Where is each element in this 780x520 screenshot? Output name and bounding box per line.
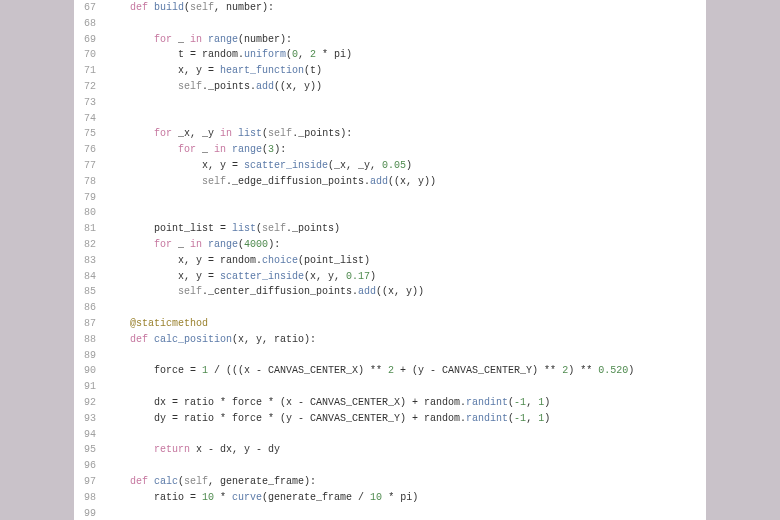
- line-number: 77: [74, 158, 106, 174]
- code-line: 83 x, y = random.choice(point_list): [74, 253, 706, 269]
- line-number: 94: [74, 427, 106, 443]
- code-line: 87 @staticmethod: [74, 316, 706, 332]
- line-number: 82: [74, 237, 106, 253]
- code-line: 81 point_list = list(self._points): [74, 221, 706, 237]
- code-content: @staticmethod: [106, 316, 706, 332]
- code-content: x, y = heart_function(t): [106, 63, 706, 79]
- line-number: 93: [74, 411, 106, 427]
- code-line: 71 x, y = heart_function(t): [74, 63, 706, 79]
- line-number: 99: [74, 506, 106, 521]
- code-content: [106, 300, 706, 316]
- line-number: 75: [74, 126, 106, 142]
- code-line: 75 for _x, _y in list(self._points):: [74, 126, 706, 142]
- code-content: [106, 379, 706, 395]
- line-number: 90: [74, 363, 106, 379]
- code-line: 98 ratio = 10 * curve(generate_frame / 1…: [74, 490, 706, 506]
- code-line: 67 def build(self, number):: [74, 0, 706, 16]
- line-number: 95: [74, 442, 106, 458]
- code-line: 68: [74, 16, 706, 32]
- code-content: x, y = scatter_inside(x, y, 0.17): [106, 269, 706, 285]
- code-content: [106, 16, 706, 32]
- code-line: 77 x, y = scatter_inside(_x, _y, 0.05): [74, 158, 706, 174]
- code-content: self._edge_diffusion_points.add((x, y)): [106, 174, 706, 190]
- line-number: 78: [74, 174, 106, 190]
- code-content: for _ in range(number):: [106, 32, 706, 48]
- code-content: t = random.uniform(0, 2 * pi): [106, 47, 706, 63]
- code-content: [106, 190, 706, 206]
- line-number: 98: [74, 490, 106, 506]
- code-content: ratio = 10 * curve(generate_frame / 10 *…: [106, 490, 706, 506]
- code-lines-container: 67 def build(self, number):6869 for _ in…: [74, 0, 706, 520]
- code-line: 88 def calc_position(x, y, ratio):: [74, 332, 706, 348]
- line-number: 72: [74, 79, 106, 95]
- code-content: [106, 506, 706, 521]
- code-line: 73: [74, 95, 706, 111]
- code-content: dx = ratio * force * (x - CANVAS_CENTER_…: [106, 395, 706, 411]
- code-line: 76 for _ in range(3):: [74, 142, 706, 158]
- code-content: def calc_position(x, y, ratio):: [106, 332, 706, 348]
- code-line: 78 self._edge_diffusion_points.add((x, y…: [74, 174, 706, 190]
- code-line: 70 t = random.uniform(0, 2 * pi): [74, 47, 706, 63]
- line-number: 91: [74, 379, 106, 395]
- line-number: 80: [74, 205, 106, 221]
- code-content: def calc(self, generate_frame):: [106, 474, 706, 490]
- line-number: 70: [74, 47, 106, 63]
- code-line: 86: [74, 300, 706, 316]
- code-line: 96: [74, 458, 706, 474]
- code-content: self._points.add((x, y)): [106, 79, 706, 95]
- code-content: x, y = random.choice(point_list): [106, 253, 706, 269]
- code-content: for _ in range(3):: [106, 142, 706, 158]
- code-content: point_list = list(self._points): [106, 221, 706, 237]
- code-line: 99: [74, 506, 706, 521]
- line-number: 86: [74, 300, 106, 316]
- code-content: [106, 348, 706, 364]
- line-number: 87: [74, 316, 106, 332]
- code-content: dy = ratio * force * (y - CANVAS_CENTER_…: [106, 411, 706, 427]
- code-editor-panel: 67 def build(self, number):6869 for _ in…: [74, 0, 706, 520]
- code-content: force = 1 / (((x - CANVAS_CENTER_X) ** 2…: [106, 363, 706, 379]
- code-content: [106, 427, 706, 443]
- code-line: 95 return x - dx, y - dy: [74, 442, 706, 458]
- code-content: [106, 95, 706, 111]
- code-line: 80: [74, 205, 706, 221]
- code-line: 93 dy = ratio * force * (y - CANVAS_CENT…: [74, 411, 706, 427]
- code-content: x, y = scatter_inside(_x, _y, 0.05): [106, 158, 706, 174]
- code-content: return x - dx, y - dy: [106, 442, 706, 458]
- line-number: 96: [74, 458, 106, 474]
- line-number: 68: [74, 16, 106, 32]
- code-content: self._center_diffusion_points.add((x, y)…: [106, 284, 706, 300]
- line-number: 69: [74, 32, 106, 48]
- code-line: 72 self._points.add((x, y)): [74, 79, 706, 95]
- code-line: 85 self._center_diffusion_points.add((x,…: [74, 284, 706, 300]
- code-line: 97 def calc(self, generate_frame):: [74, 474, 706, 490]
- line-number: 88: [74, 332, 106, 348]
- line-number: 97: [74, 474, 106, 490]
- code-content: [106, 458, 706, 474]
- line-number: 85: [74, 284, 106, 300]
- code-line: 94: [74, 427, 706, 443]
- line-number: 71: [74, 63, 106, 79]
- line-number: 84: [74, 269, 106, 285]
- code-line: 82 for _ in range(4000):: [74, 237, 706, 253]
- code-content: def build(self, number):: [106, 0, 706, 16]
- code-line: 92 dx = ratio * force * (x - CANVAS_CENT…: [74, 395, 706, 411]
- line-number: 83: [74, 253, 106, 269]
- line-number: 76: [74, 142, 106, 158]
- line-number: 67: [74, 0, 106, 16]
- code-line: 74: [74, 111, 706, 127]
- line-number: 73: [74, 95, 106, 111]
- code-content: for _x, _y in list(self._points):: [106, 126, 706, 142]
- code-line: 90 force = 1 / (((x - CANVAS_CENTER_X) *…: [74, 363, 706, 379]
- code-line: 79: [74, 190, 706, 206]
- code-content: for _ in range(4000):: [106, 237, 706, 253]
- line-number: 81: [74, 221, 106, 237]
- code-line: 91: [74, 379, 706, 395]
- line-number: 79: [74, 190, 106, 206]
- line-number: 74: [74, 111, 106, 127]
- code-line: 89: [74, 348, 706, 364]
- code-content: [106, 205, 706, 221]
- code-content: [106, 111, 706, 127]
- code-line: 84 x, y = scatter_inside(x, y, 0.17): [74, 269, 706, 285]
- line-number: 92: [74, 395, 106, 411]
- code-line: 69 for _ in range(number):: [74, 32, 706, 48]
